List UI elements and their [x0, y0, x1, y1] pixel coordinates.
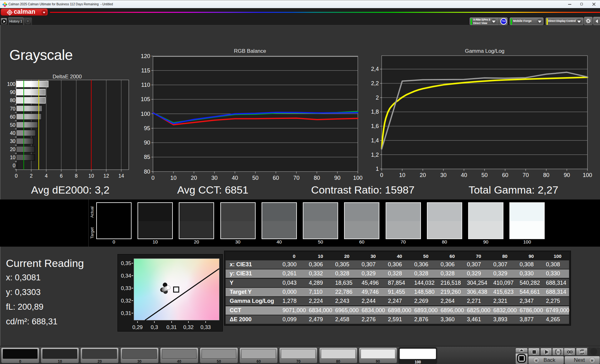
svg-text:10: 10 [399, 172, 405, 178]
svg-text:30: 30 [211, 175, 218, 181]
svg-text:1: 1 [376, 166, 379, 172]
svg-text:90: 90 [10, 90, 16, 95]
svg-text:1,2: 1,2 [371, 152, 379, 158]
svg-text:80: 80 [10, 98, 16, 103]
svg-text:0: 0 [380, 172, 383, 178]
svg-text:70: 70 [522, 172, 529, 178]
svg-text:115: 115 [141, 67, 150, 74]
svg-text:30: 30 [10, 139, 16, 144]
svg-text:80: 80 [144, 169, 150, 175]
svg-text:40: 40 [232, 175, 238, 181]
svg-text:60: 60 [273, 175, 279, 181]
svg-text:0: 0 [15, 173, 18, 179]
svg-text:40: 40 [10, 130, 16, 136]
svg-text:20: 20 [10, 147, 16, 152]
svg-text:10: 10 [10, 155, 16, 160]
svg-text:90: 90 [334, 175, 340, 181]
svg-text:14: 14 [118, 173, 124, 179]
svg-text:0: 0 [151, 175, 154, 181]
svg-text:95: 95 [144, 125, 150, 131]
svg-text:80: 80 [543, 172, 549, 178]
svg-text:100: 100 [7, 81, 16, 87]
svg-text:120: 120 [141, 53, 150, 59]
svg-text:2: 2 [376, 95, 379, 101]
svg-text:10: 10 [88, 173, 94, 179]
svg-text:Gamma Log/Log: Gamma Log/Log [465, 48, 505, 54]
svg-text:100: 100 [141, 111, 150, 117]
svg-text:50: 50 [10, 122, 16, 128]
svg-text:1,6: 1,6 [371, 123, 379, 129]
svg-text:100: 100 [353, 175, 362, 181]
svg-text:50: 50 [482, 172, 488, 178]
svg-text:12: 12 [103, 173, 109, 179]
svg-text:2: 2 [30, 173, 33, 179]
svg-text:4: 4 [45, 173, 48, 179]
svg-text:60: 60 [10, 114, 16, 120]
svg-text:105: 105 [141, 96, 150, 102]
svg-text:10: 10 [170, 175, 177, 181]
svg-text:RGB Balance: RGB Balance [234, 48, 266, 54]
svg-text:50: 50 [252, 175, 258, 181]
svg-text:85: 85 [144, 154, 150, 160]
svg-text:70: 70 [293, 175, 299, 181]
svg-text:40: 40 [461, 172, 467, 178]
svg-text:100: 100 [583, 172, 592, 178]
svg-text:20: 20 [191, 175, 197, 181]
svg-text:1,4: 1,4 [371, 137, 379, 144]
svg-text:90: 90 [144, 140, 150, 146]
svg-text:8: 8 [75, 173, 78, 179]
svg-text:1,8: 1,8 [371, 109, 379, 115]
svg-text:DeltaE 2000: DeltaE 2000 [52, 74, 82, 80]
svg-text:0: 0 [13, 163, 16, 168]
svg-text:70: 70 [10, 106, 16, 111]
svg-text:2,4: 2,4 [371, 66, 379, 72]
svg-text:6: 6 [60, 173, 63, 179]
svg-text:90: 90 [564, 172, 570, 178]
svg-text:20: 20 [420, 172, 426, 178]
svg-text:2,2: 2,2 [371, 80, 379, 86]
svg-text:110: 110 [141, 82, 150, 88]
svg-text:30: 30 [440, 172, 447, 178]
svg-text:60: 60 [502, 172, 508, 178]
svg-text:80: 80 [314, 175, 320, 181]
